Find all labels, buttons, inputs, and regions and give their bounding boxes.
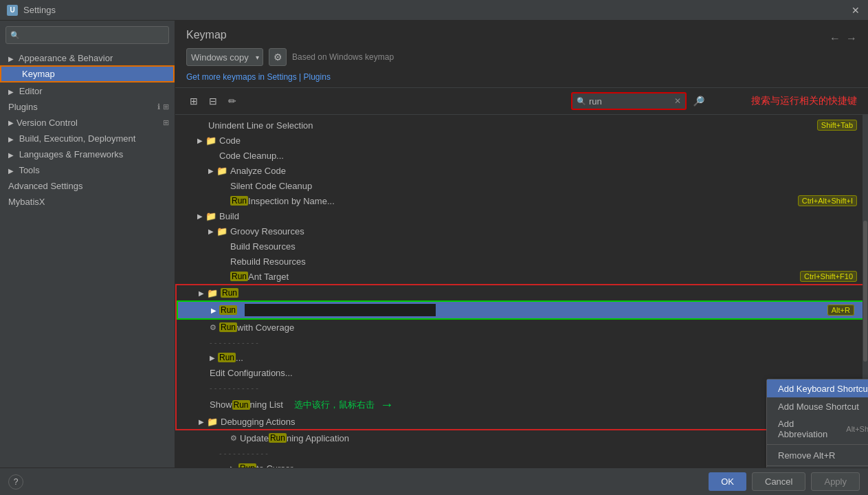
tree-row-run-inspection[interactable]: Run Inspection by Name... Ctrl+Alt+Shift… bbox=[175, 193, 868, 208]
run-highlight: Run bbox=[238, 463, 256, 468]
app-icon: U bbox=[7, 5, 18, 16]
sidebar-item-plugins[interactable]: Plugins ℹ ⊞ bbox=[0, 98, 175, 114]
run-highlight: Run bbox=[269, 433, 287, 443]
tree-row-run-ant[interactable]: Run Ant Target Ctrl+Shift+F10 bbox=[175, 269, 868, 284]
collapse-all-button[interactable]: ⊟ bbox=[205, 94, 221, 109]
tree-row-sep3: - - - - - - - - - - - bbox=[175, 446, 868, 461]
tree-area[interactable]: Unindent Line or Selection Shift+Tab ▶ 📁… bbox=[175, 115, 868, 468]
sidebar-search[interactable]: 🔍 bbox=[5, 26, 169, 44]
context-shortcut-abbrev: Alt+Shift+F10 bbox=[846, 425, 868, 433]
tree-row-groovy-folder[interactable]: ▶ 📁 Groovy Resources bbox=[175, 223, 868, 239]
sidebar-item-label: MybatisX bbox=[8, 197, 45, 207]
shortcut-badge: Shift+Tab bbox=[814, 120, 857, 130]
tree-row-run-item[interactable]: ▶ Run Alt+R bbox=[177, 300, 867, 320]
annotation-search-label: 搜索与运行相关的快捷键 bbox=[751, 95, 857, 107]
page-title: Keymap bbox=[186, 29, 227, 41]
tree-item-label: Rebuild Resources bbox=[230, 256, 306, 267]
tree-row-run-dots[interactable]: ▶ Run ... bbox=[177, 350, 867, 365]
tree-item-label: Inspection by Name... bbox=[248, 196, 335, 206]
close-button[interactable]: ✕ bbox=[850, 5, 861, 16]
tree-row-show-running[interactable]: Show Run ning List 选中该行，鼠标右击 → bbox=[177, 395, 867, 414]
keymap-gear-button[interactable]: ⚙ bbox=[269, 48, 287, 66]
help-button[interactable]: ? bbox=[8, 474, 23, 490]
context-menu-sep2 bbox=[767, 465, 868, 466]
tree-item-label: with Coverage bbox=[237, 322, 294, 333]
context-menu-item-remove[interactable]: Remove Alt+R bbox=[767, 446, 868, 464]
folder-icon: 📁 bbox=[207, 288, 218, 298]
search-icon: 🔍 bbox=[10, 31, 20, 40]
settings-icon: ⚙ bbox=[230, 434, 237, 443]
tree-row-code-cleanup[interactable]: Code Cleanup... bbox=[175, 148, 868, 163]
edit-shortcut-button[interactable]: ✏ bbox=[225, 94, 240, 109]
search-field[interactable]: 🔍 ✕ bbox=[571, 92, 687, 110]
plugin-icon2: ⊞ bbox=[163, 102, 169, 111]
arrow-icon: ▶ bbox=[8, 151, 14, 159]
title-bar: U Settings ✕ bbox=[0, 0, 868, 21]
sidebar-item-label: Build, Execution, Deployment bbox=[19, 133, 136, 144]
expand-all-button[interactable]: ⊞ bbox=[186, 94, 201, 109]
play-icon: ▶ bbox=[210, 354, 215, 362]
folder-icon: 📁 bbox=[207, 417, 218, 427]
arrow-icon: ▶ bbox=[8, 167, 14, 175]
sidebar-item-label: Languages & Frameworks bbox=[19, 149, 124, 160]
tree-row-run-folder[interactable]: ▶ 📁 Run bbox=[177, 285, 867, 300]
ok-button[interactable]: OK bbox=[709, 472, 746, 491]
sidebar-search-input[interactable] bbox=[23, 30, 164, 40]
run-highlight: Run bbox=[221, 288, 238, 298]
tree-row-code-folder[interactable]: ▶ 📁 Code bbox=[175, 133, 868, 148]
keymap-select[interactable]: Windows copy bbox=[186, 48, 263, 66]
sidebar-item-mybatisx[interactable]: MybatisX bbox=[0, 193, 175, 209]
sidebar-item-build[interactable]: ▶ Build, Execution, Deployment bbox=[0, 130, 175, 146]
tree-item-label: Groovy Resources bbox=[230, 226, 304, 236]
cancel-button[interactable]: Cancel bbox=[752, 472, 805, 491]
tree-row-silent-cleanup[interactable]: Silent Code Cleanup bbox=[175, 178, 868, 193]
keymap-select-wrapper: Windows copy bbox=[186, 48, 263, 66]
tree-item-label: Silent Code Cleanup bbox=[230, 181, 312, 191]
tree-row-debug-folder[interactable]: ▶ 📁 Debugging Actions bbox=[177, 414, 867, 429]
tree-row-analyze-folder[interactable]: ▶ 📁 Analyze Code bbox=[175, 163, 868, 178]
find-shortcut-button[interactable]: 🔎 bbox=[691, 94, 706, 109]
nav-forward-button[interactable]: → bbox=[846, 32, 857, 45]
nav-back-button[interactable]: ← bbox=[830, 32, 841, 45]
sidebar-item-languages[interactable]: ▶ Languages & Frameworks bbox=[0, 146, 175, 162]
context-menu-item-add-abbrev[interactable]: Add Abbreviation Alt+Shift+F10 bbox=[767, 415, 868, 443]
sidebar-item-label: Plugins bbox=[8, 102, 157, 112]
tree-row-update-running[interactable]: ⚙ Update Run ning Application Ctrl+F10 bbox=[175, 430, 868, 446]
context-menu-item-add-mouse[interactable]: Add Mouse Shortcut bbox=[767, 397, 868, 415]
tree-item-label: to Cursor bbox=[256, 463, 293, 468]
based-on-label: Based on Windows keymap bbox=[292, 52, 394, 62]
scrollbar-thumb[interactable] bbox=[863, 221, 867, 362]
tree-row-run-coverage[interactable]: ⚙ Run with Coverage bbox=[177, 320, 867, 335]
sidebar-item-version-control[interactable]: ▶ Version Control ⊞ bbox=[0, 114, 175, 130]
tree-row-edit-configs[interactable]: Edit Configurations... bbox=[177, 365, 867, 380]
context-menu-item-add-keyboard[interactable]: Add Keyboard Shortcut bbox=[767, 380, 868, 397]
sidebar-item-appearance[interactable]: ▶ Appearance & Behavior bbox=[0, 50, 175, 65]
shortcut-edit-input[interactable] bbox=[244, 303, 436, 317]
toolbar: ⊞ ⊟ ✏ 🔍 ✕ 🔎 搜索与运行相关的快捷键 bbox=[175, 88, 868, 115]
main-layout: 🔍 ▶ Appearance & Behavior Keymap ▶ Edito… bbox=[0, 21, 868, 468]
tree-row-run-to-cursor[interactable]: ▶ Run to Cursor Alt+F9 bbox=[175, 461, 868, 468]
apply-button[interactable]: Apply bbox=[811, 472, 860, 491]
run-highlight: Run bbox=[230, 196, 248, 206]
sidebar-item-keymap[interactable]: Keymap bbox=[0, 65, 175, 82]
tree-row-rebuild-resources[interactable]: Rebuild Resources bbox=[175, 254, 868, 269]
tree-item-label: ... bbox=[236, 353, 243, 363]
arrow-icon-green: → bbox=[380, 397, 394, 412]
sidebar-item-editor[interactable]: ▶ Editor bbox=[0, 82, 175, 98]
get-more-link[interactable]: Get more keymaps in Settings | Plugins bbox=[186, 72, 857, 82]
content-area: Keymap ← → Windows copy ⚙ Based on Windo… bbox=[175, 21, 868, 468]
sidebar: 🔍 ▶ Appearance & Behavior Keymap ▶ Edito… bbox=[0, 21, 175, 468]
sidebar-item-tools[interactable]: ▶ Tools bbox=[0, 162, 175, 177]
tree-item-label: Edit Configurations... bbox=[210, 368, 293, 378]
tree-row-build-folder[interactable]: ▶ 📁 Build bbox=[175, 208, 868, 223]
sidebar-item-advanced[interactable]: Advanced Settings bbox=[0, 177, 175, 193]
bottom-bar: ? OK Cancel Apply bbox=[0, 468, 868, 495]
play-icon: ▶ bbox=[230, 465, 236, 468]
clear-search-button[interactable]: ✕ bbox=[674, 96, 681, 106]
search-input[interactable] bbox=[589, 96, 671, 107]
arrow-annotation: 选中该行，鼠标右击 bbox=[294, 399, 375, 411]
folder-icon: 📁 bbox=[205, 135, 216, 146]
tree-row-build-resources[interactable]: Build Resources bbox=[175, 239, 868, 254]
tree-row-sep1: - - - - - - - - - - - bbox=[177, 335, 867, 350]
tree-row-unindent[interactable]: Unindent Line or Selection Shift+Tab bbox=[175, 118, 868, 133]
